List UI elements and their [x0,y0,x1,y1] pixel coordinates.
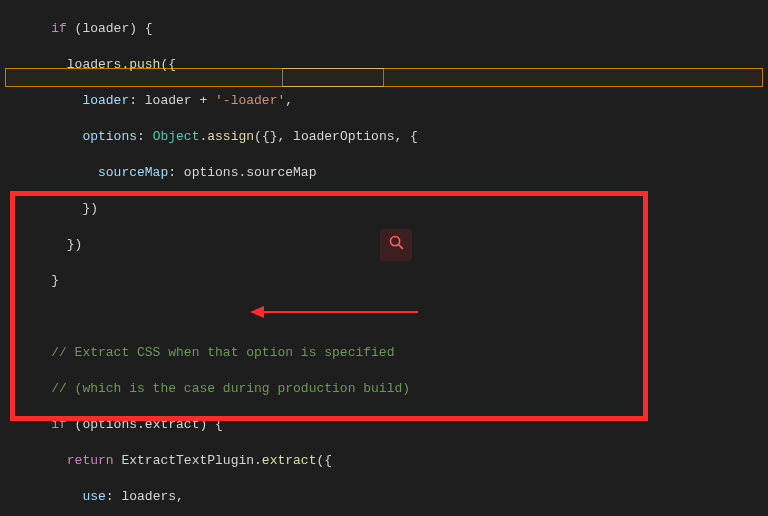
code-text: , [285,93,293,108]
func-assign: assign [207,129,254,144]
svg-point-0 [390,236,399,245]
keyword-if: if [20,417,67,432]
comment-extract-css: // Extract CSS when that option is speci… [20,345,394,360]
func-extract: extract [262,453,317,468]
code-text: (options.extract) { [67,417,223,432]
keyword-return: return [20,453,114,468]
prop-use: use [20,489,106,504]
code-text: ({ [160,57,176,72]
string-loader: '-loader' [215,93,285,108]
search-button[interactable] [380,229,412,261]
code-text: ({ [316,453,332,468]
prop-options: options [20,129,137,144]
code-text: : [137,129,153,144]
comment-production: // (which is the case during production … [20,381,410,396]
code-text: } [20,273,59,288]
code-text: : loaders, [106,489,184,504]
code-text: ({}, loaderOptions, { [254,129,418,144]
code-text: }) [20,201,98,216]
code-text: }) [20,237,82,252]
code-text: : options.sourceMap [168,165,316,180]
code-text: (loader) { [67,21,153,36]
class-object: Object [153,129,200,144]
search-icon [388,234,405,257]
svg-line-1 [398,244,402,248]
code-text: ExtractTextPlugin. [114,453,262,468]
code-text: : loader + [129,93,215,108]
func-push: push [129,57,160,72]
prop-loader: loader [20,93,129,108]
prop-sourcemap: sourceMap [20,165,168,180]
code-text: loaders. [20,57,129,72]
keyword-if: if [20,21,67,36]
